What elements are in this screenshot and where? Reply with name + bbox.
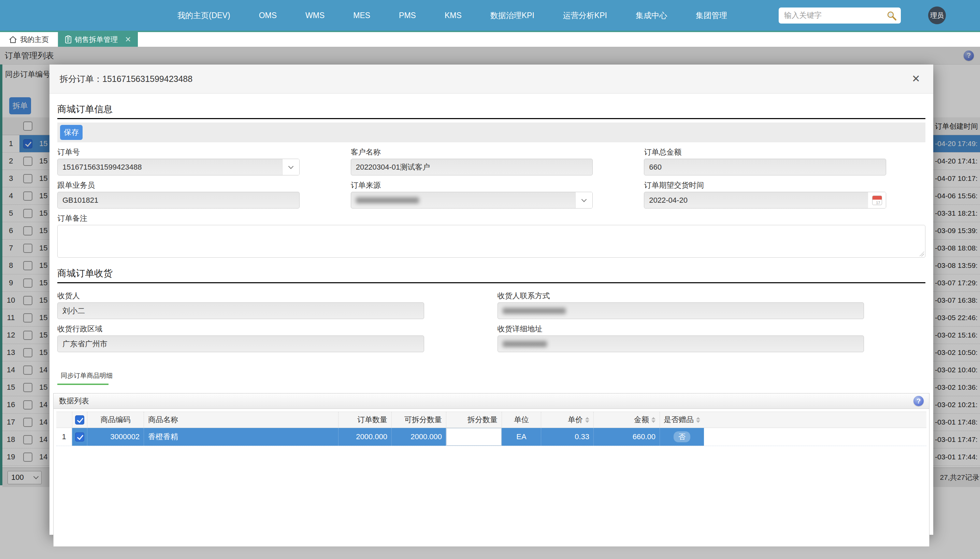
col-unit[interactable]: 单位 (502, 412, 541, 428)
cell-product-name: 香橙香精 (144, 428, 338, 446)
search-icon[interactable] (886, 11, 897, 21)
top-menu-item[interactable]: PMS (399, 11, 416, 20)
panel-help-icon[interactable]: ? (914, 396, 924, 406)
customer-field[interactable]: 20220304-01测试客户 (351, 159, 593, 175)
sort-icon[interactable] (696, 417, 700, 423)
save-button[interactable]: 保存 (60, 125, 83, 140)
modal-title: 拆分订单：1516715631599423488 (60, 73, 192, 84)
tab-sales-split-label: 销售拆单管理 (75, 35, 118, 45)
region-label: 收货行政区域 (57, 324, 424, 333)
shipping-form: 收货人 刘小二 收货人联系方式 收货行政区域 广东省广州市 (57, 286, 864, 352)
detail-grid: 商品编码 商品名称 订单数量 可拆分数量 拆分数量 单位 单价 金额 是否赠品 (54, 409, 929, 446)
address-field[interactable] (497, 336, 864, 352)
modal-body: 商城订单信息 保存 订单号 1516715631599423488 客户名称 2… (50, 103, 933, 547)
section-shipping: 商城订单收货 (57, 267, 925, 283)
section-order-info: 商城订单信息 (57, 103, 925, 119)
order-no-select[interactable]: 1516715631599423488 (57, 159, 299, 175)
detail-tabs: 同步订单商品明细 (57, 371, 925, 385)
salesman-label: 跟单业务员 (57, 180, 299, 189)
detail-select-all-checkbox[interactable] (75, 415, 84, 425)
global-search (779, 8, 901, 23)
resize-handle-icon[interactable] (919, 251, 924, 256)
tab-bar: 我的主页 销售拆单管理 ✕ (0, 31, 980, 47)
receiver-label: 收货人 (57, 291, 424, 299)
order-info-form: 订单号 1516715631599423488 客户名称 20220304-01… (57, 142, 886, 208)
customer-label: 客户名称 (351, 147, 593, 156)
delivery-date-label: 订单期望交货时间 (644, 180, 886, 189)
top-menu-item[interactable]: WMS (306, 11, 324, 20)
order-no-label: 订单号 (57, 147, 299, 156)
sort-icon[interactable] (651, 417, 656, 423)
remark-textarea[interactable] (57, 225, 925, 258)
clipboard-icon (65, 35, 72, 44)
top-menu-item[interactable]: 集团管理 (696, 10, 727, 21)
address-label: 收货详细地址 (497, 324, 864, 333)
cell-order-qty: 2000.000 (338, 428, 392, 446)
cell-product-code: 3000002 (87, 428, 144, 446)
top-menu: 我的主页(DEV)OMSWMSMESPMSKMS数据治理KPI运营分析KPI集成… (177, 10, 727, 21)
detail-row-checkbox[interactable] (75, 432, 84, 442)
cell-splittable-qty: 2000.000 (392, 428, 446, 446)
panel-title: 数据列表 (59, 396, 89, 406)
remark-label: 订单备注 (57, 213, 925, 222)
split-qty-input[interactable] (446, 428, 502, 446)
redacted-value (502, 341, 547, 347)
col-is-gift[interactable]: 是否赠品 (659, 412, 704, 428)
tab-close-icon[interactable]: ✕ (125, 35, 131, 44)
top-menu-item[interactable]: KMS (445, 11, 462, 20)
contact-label: 收货人联系方式 (497, 291, 864, 299)
cell-price: 0.33 (541, 428, 593, 446)
top-menu-item[interactable]: OMS (259, 11, 277, 20)
redacted-value (356, 197, 419, 203)
modal-header: 拆分订单：1516715631599423488 ✕ (50, 64, 933, 94)
detail-grid-header: 商品编码 商品名称 订单数量 可拆分数量 拆分数量 单位 单价 金额 是否赠品 (56, 412, 926, 428)
modal-toolbar: 保存 (57, 122, 925, 142)
delivery-date-field[interactable]: 2022-04-20 (644, 192, 886, 208)
total-amount-field[interactable]: 660 (644, 159, 886, 175)
tab-home-label: 我的主页 (20, 35, 49, 45)
user-avatar[interactable]: 理员 (928, 7, 946, 24)
chevron-down-icon (582, 197, 587, 202)
chevron-down-icon (288, 164, 293, 169)
cell-amount: 660.00 (593, 428, 659, 446)
col-price[interactable]: 单价 (541, 412, 593, 428)
redacted-value (502, 308, 566, 314)
col-product-code[interactable]: 商品编码 (87, 412, 144, 428)
top-menu-item[interactable]: 集成中心 (636, 10, 667, 21)
receiver-field[interactable]: 刘小二 (57, 303, 424, 319)
top-menu-item[interactable]: 我的主页(DEV) (177, 10, 230, 21)
search-input[interactable] (779, 8, 901, 23)
salesman-field[interactable]: GB101821 (57, 192, 299, 208)
sort-icon[interactable] (585, 417, 589, 423)
region-field[interactable]: 广东省广州市 (57, 336, 424, 352)
top-menu-item[interactable]: 数据治理KPI (490, 10, 534, 21)
top-menu-item[interactable]: MES (353, 11, 370, 20)
home-icon (9, 35, 17, 44)
tab-sync-order-items[interactable]: 同步订单商品明细 (57, 371, 123, 384)
order-source-select[interactable] (351, 192, 593, 208)
col-order-qty[interactable]: 订单数量 (338, 412, 392, 428)
top-menu-item[interactable]: 运营分析KPI (563, 10, 607, 21)
application-window: 我的主页(DEV)OMSWMSMESPMSKMS数据治理KPI运营分析KPI集成… (0, 0, 980, 559)
tab-home[interactable]: 我的主页 (0, 32, 58, 47)
cell-unit: EA (502, 428, 541, 446)
active-tab-underline (57, 384, 109, 385)
total-amount-label: 订单总金额 (644, 147, 886, 156)
top-navbar: 我的主页(DEV)OMSWMSMESPMSKMS数据治理KPI运营分析KPI集成… (0, 0, 980, 31)
remark-wrap (57, 225, 925, 258)
split-order-modal: 拆分订单：1516715631599423488 ✕ 商城订单信息 保存 订单号… (50, 64, 933, 535)
col-product-name[interactable]: 商品名称 (144, 412, 338, 428)
detail-row[interactable]: 1 3000002 香橙香精 2000.000 2000.000 EA 0.33… (56, 428, 926, 446)
contact-field[interactable] (497, 303, 864, 319)
col-amount[interactable]: 金额 (593, 412, 659, 428)
data-list-panel-header: 数据列表 ? (54, 394, 929, 409)
col-splittable-qty[interactable]: 可拆分数量 (392, 412, 446, 428)
calendar-icon[interactable] (872, 195, 882, 205)
col-split-qty[interactable]: 拆分数量 (446, 412, 502, 428)
data-list-panel: 数据列表 ? 商品编码 商品名称 订单数量 可拆分数量 拆分数量 单位 单价 (53, 393, 929, 547)
tab-sales-split[interactable]: 销售拆单管理 ✕ (58, 32, 138, 47)
order-source-label: 订单来源 (351, 180, 593, 189)
modal-close-icon[interactable]: ✕ (909, 72, 923, 85)
gift-badge: 否 (674, 432, 690, 442)
